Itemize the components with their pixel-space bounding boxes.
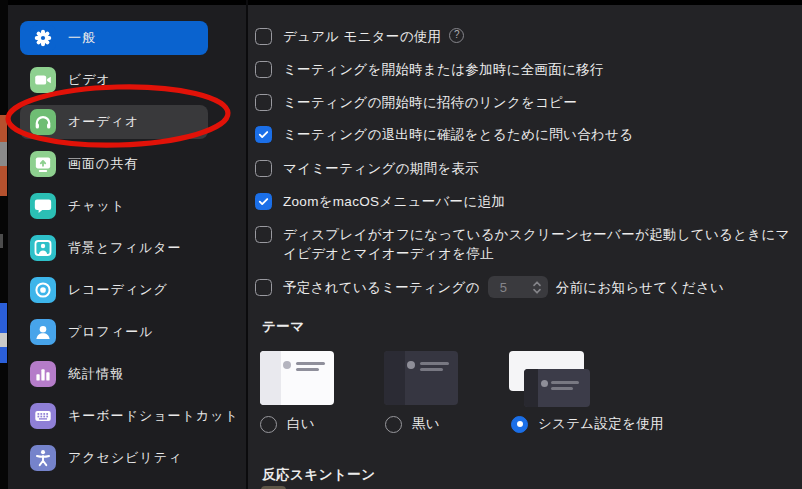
checkbox[interactable]	[255, 160, 272, 177]
stepper-value: 5	[500, 280, 507, 295]
sidebar-item-screen-share[interactable]: 画面の共有	[20, 147, 208, 181]
help-icon[interactable]: ?	[449, 28, 464, 43]
sidebar-item-label: プロフィール	[68, 323, 154, 341]
sidebar-item-label: 統計情報	[68, 365, 124, 383]
preview-text-line	[420, 362, 449, 365]
preview-avatar	[541, 380, 548, 387]
preview-text-line	[296, 368, 319, 371]
checkbox-show-meeting-duration[interactable]: マイミーティングの期間を表示	[255, 160, 479, 178]
headphones-icon	[30, 109, 56, 135]
checkbox-label: マイミーティングの期間を表示	[283, 159, 479, 178]
sidebar-item-chat[interactable]: チャット	[20, 189, 208, 223]
sidebar-item-profile[interactable]: プロフィール	[20, 315, 208, 349]
checkbox-label: デュアル モニターの使用	[283, 27, 441, 46]
sidebar-item-label: ビデオ	[68, 71, 111, 89]
zoom-settings-window: 一般 ビデオ オーディオ 画面の共有	[0, 0, 802, 489]
sidebar-item-audio[interactable]: オーディオ	[20, 105, 208, 139]
sidebar-item-accessibility[interactable]: アクセシビリティ	[20, 441, 208, 475]
screen-share-icon	[30, 151, 56, 177]
background-filters-icon	[30, 235, 56, 261]
checkbox-dual-monitors[interactable]: デュアル モニターの使用 ?	[255, 28, 464, 46]
preview-avatar	[407, 361, 415, 369]
preview-text-line	[296, 362, 325, 365]
checkbox-meeting-reminder[interactable]: 予定されているミーティングの 5 分前にお知らせてください	[255, 276, 724, 298]
settings-sidebar: 一般 ビデオ オーディオ 画面の共有	[8, 5, 246, 489]
sliver-segment	[0, 303, 7, 333]
sidebar-item-video[interactable]: ビデオ	[20, 63, 208, 97]
profile-icon	[30, 319, 56, 345]
radio-button[interactable]	[385, 416, 402, 433]
checkbox-label: ミーティングを開始時または参加時に全画面に移行	[283, 60, 604, 79]
keyboard-icon	[30, 403, 56, 429]
stepper-chevrons-icon[interactable]	[532, 280, 542, 295]
theme-preview-dark[interactable]	[384, 351, 458, 405]
sidebar-item-label: 背景とフィルター	[68, 239, 182, 257]
preview-text-line	[551, 381, 579, 384]
preview-avatar	[283, 361, 291, 369]
theme-section-heading: テーマ	[262, 318, 305, 336]
sidebar-item-label: オーディオ	[68, 113, 139, 131]
preview-text-line	[551, 387, 573, 390]
sidebar-item-label: アクセシビリティ	[68, 449, 182, 467]
minutes-stepper[interactable]: 5	[488, 276, 548, 298]
sidebar-item-label: 画面の共有	[68, 155, 138, 173]
sidebar-item-label: レコーディング	[68, 281, 168, 299]
preview-sidebar	[260, 351, 281, 405]
checkbox[interactable]	[255, 28, 272, 45]
chat-bubble-icon	[30, 193, 56, 219]
checkbox[interactable]	[255, 226, 272, 243]
accessibility-icon	[30, 445, 56, 471]
checkbox[interactable]	[255, 193, 272, 210]
sidebar-item-background-filters[interactable]: 背景とフィルター	[20, 231, 208, 265]
sliver-segment	[0, 234, 3, 248]
sidebar-item-label: チャット	[68, 197, 125, 215]
checkbox-label: ディスプレイがオフになっているかスクリーンセーバーが起動しているときにマイビデオ…	[283, 225, 795, 263]
checkbox-label: ミーティングの開始時に招待のリンクをコピー	[283, 93, 577, 112]
skin-tone-section-heading: 反応スキントーン	[262, 466, 376, 484]
radio-theme-light[interactable]: 白い	[260, 415, 315, 433]
statistics-icon	[30, 361, 56, 387]
sidebar-content-divider	[246, 0, 248, 489]
checkbox[interactable]	[255, 279, 272, 296]
radio-theme-dark[interactable]: 黒い	[385, 415, 440, 433]
checkbox-confirm-on-leave[interactable]: ミーティングの退出時に確認をとるために問い合わせる	[255, 126, 633, 144]
preview-sidebar	[524, 369, 538, 407]
checkbox-label: ミーティングの退出時に確認をとるために問い合わせる	[283, 125, 633, 144]
sidebar-item-recording[interactable]: レコーディング	[20, 273, 208, 307]
radio-label: 黒い	[412, 415, 440, 433]
checkbox[interactable]	[255, 94, 272, 111]
checkbox[interactable]	[255, 61, 272, 78]
sidebar-item-general[interactable]: 一般	[20, 21, 208, 55]
sliver-segment	[0, 333, 7, 347]
preview-sidebar	[384, 351, 405, 405]
sidebar-item-label: 一般	[68, 29, 96, 47]
checkbox-add-zoom-to-menubar[interactable]: ZoomをmacOSメニューバーに追加	[255, 193, 505, 211]
sliver-segment	[0, 166, 7, 196]
checkbox-label: ZoomをmacOSメニューバーに追加	[283, 192, 505, 211]
checkbox[interactable]	[255, 126, 272, 143]
sliver-segment	[0, 115, 7, 142]
sidebar-item-label: キーボードショートカット	[68, 407, 239, 425]
background-window-sliver	[0, 0, 8, 489]
checkbox-label-prefix: 予定されているミーティングの	[283, 278, 480, 297]
checkbox-copy-invite-link[interactable]: ミーティングの開始時に招待のリンクをコピー	[255, 94, 577, 112]
checkbox-stop-video-audio-screensaver[interactable]: ディスプレイがオフになっているかスクリーンセーバーが起動しているときにマイビデオ…	[255, 226, 795, 263]
radio-button[interactable]	[260, 416, 277, 433]
preview-dark-window	[524, 369, 590, 407]
sliver-segment	[0, 347, 7, 363]
sliver-segment	[0, 142, 7, 166]
theme-preview-light[interactable]	[260, 351, 334, 405]
video-camera-icon	[30, 67, 56, 93]
preview-text-line	[420, 368, 443, 371]
general-settings-panel: デュアル モニターの使用 ? ミーティングを開始時または参加時に全画面に移行 ミ…	[248, 5, 802, 489]
theme-preview-system[interactable]	[509, 351, 590, 406]
sidebar-item-statistics[interactable]: 統計情報	[20, 357, 208, 391]
sidebar-item-keyboard-shortcuts[interactable]: キーボードショートカット	[20, 399, 208, 433]
radio-label: システム設定を使用	[538, 415, 664, 433]
checkbox-fullscreen-on-join[interactable]: ミーティングを開始時または参加時に全画面に移行	[255, 61, 604, 79]
radio-label: 白い	[287, 415, 315, 433]
radio-theme-system[interactable]: システム設定を使用	[511, 415, 664, 433]
radio-button[interactable]	[511, 416, 528, 433]
checkbox-label-suffix: 分前にお知らせてください	[556, 278, 724, 297]
gear-icon	[30, 25, 56, 51]
